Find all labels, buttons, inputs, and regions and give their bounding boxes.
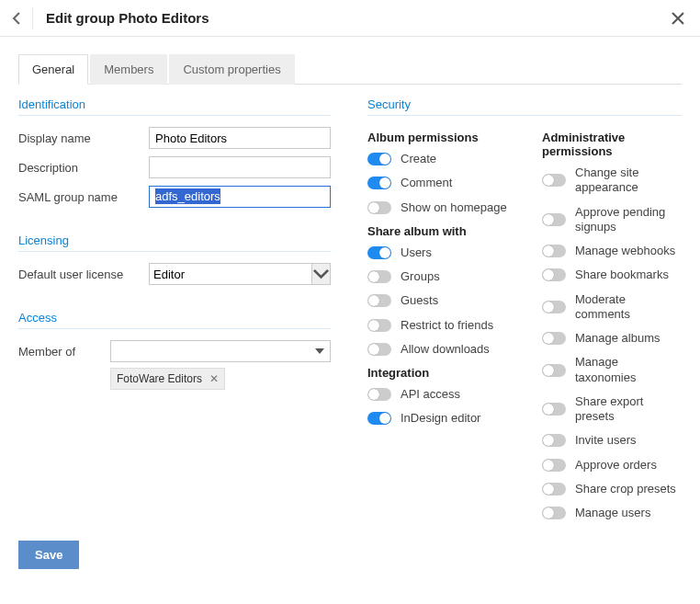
toggle-share-guests[interactable] (367, 294, 391, 307)
toggle-moderate-comments[interactable] (542, 301, 566, 313)
toggle-share-crop-presets[interactable] (542, 483, 566, 496)
section-licensing: Licensing (18, 234, 331, 252)
toggle-manage-webhooks[interactable] (542, 245, 566, 257)
tab-members[interactable]: Members (90, 54, 167, 85)
default-license-select[interactable]: Editor (149, 263, 331, 285)
toggle-share-groups[interactable] (367, 270, 391, 283)
toggle-manage-albums[interactable] (542, 332, 566, 345)
toggle-manage-taxonomies[interactable] (542, 364, 566, 377)
toggle-share-export-presets[interactable] (542, 403, 566, 416)
caret-down-icon (315, 348, 324, 354)
toggle-create[interactable] (367, 153, 391, 165)
save-button[interactable]: Save (18, 541, 79, 569)
member-tag-label: FotoWare Editors (117, 372, 202, 385)
close-icon (672, 12, 684, 25)
back-button[interactable] (11, 7, 33, 29)
saml-label: SAML group name (18, 190, 149, 204)
tab-general[interactable]: General (18, 54, 88, 85)
album-permissions-heading: Album permissions (367, 131, 524, 144)
toggle-invite-users[interactable] (542, 434, 566, 447)
description-label: Description (18, 161, 149, 175)
display-name-input[interactable] (149, 127, 331, 149)
section-access: Access (18, 311, 331, 329)
close-button[interactable] (667, 7, 689, 29)
display-name-label: Display name (18, 131, 149, 145)
toggle-comment[interactable] (367, 177, 391, 189)
toggle-api-access[interactable] (367, 388, 391, 401)
dialog-header: Edit group Photo Editors (0, 0, 700, 37)
integration-heading: Integration (367, 366, 524, 380)
member-tag: FotoWare Editors ✕ (110, 368, 225, 390)
tabs: General Members Custom properties (18, 53, 682, 85)
toggle-change-appearance[interactable] (542, 174, 566, 187)
toggle-indesign-editor[interactable] (367, 412, 391, 425)
description-input[interactable] (149, 156, 331, 178)
toggle-share-users[interactable] (367, 246, 391, 259)
share-album-heading: Share album with (367, 224, 524, 238)
member-tag-remove[interactable]: ✕ (209, 372, 219, 385)
toggle-show-homepage[interactable] (367, 201, 391, 214)
saml-group-name-input[interactable] (149, 186, 331, 208)
toggle-manage-users[interactable] (542, 507, 566, 519)
toggle-restrict-friends[interactable] (367, 319, 391, 332)
toggle-approve-signups[interactable] (542, 213, 566, 226)
toggle-approve-orders[interactable] (542, 459, 566, 472)
chevron-left-icon (12, 12, 21, 25)
toggle-share-bookmarks[interactable] (542, 268, 566, 281)
default-license-label: Default user license (18, 268, 149, 281)
member-of-label: Member of (18, 345, 110, 359)
admin-permissions-heading: Administrative permissions (542, 131, 682, 158)
section-identification: Identification (18, 97, 331, 116)
page-title: Edit group Photo Editors (46, 10, 667, 26)
section-security: Security (367, 97, 682, 116)
member-of-dropdown[interactable] (110, 340, 331, 362)
toggle-allow-downloads[interactable] (367, 343, 391, 356)
tab-custom-properties[interactable]: Custom properties (169, 54, 294, 85)
